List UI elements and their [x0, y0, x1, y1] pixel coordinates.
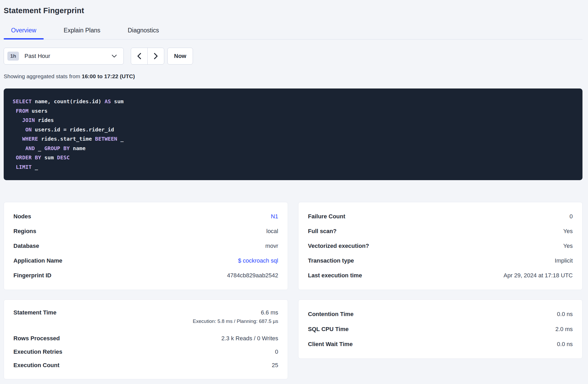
- row-label: Statement Time: [13, 309, 56, 316]
- row-label: Rows Processed: [13, 335, 60, 342]
- now-button[interactable]: Now: [167, 48, 193, 65]
- sql-line: ORDER BY sum DESC: [13, 153, 574, 163]
- row-value-wrap: Implicit: [555, 257, 573, 264]
- next-time-button[interactable]: [148, 48, 164, 64]
- row-label: Contention Time: [308, 311, 353, 318]
- row-value-wrap: 2.0 ms: [555, 326, 573, 333]
- row-value: 4784cb829aab2542: [227, 272, 278, 279]
- time-controls: 1h Past Hour: [4, 48, 582, 65]
- row-label: Nodes: [13, 213, 31, 220]
- row-value-wrap: local: [266, 228, 278, 235]
- row-value: Yes: [563, 243, 573, 249]
- row-value-wrap: 25: [272, 362, 278, 369]
- card-row: Regionslocal: [13, 224, 278, 239]
- row-value-wrap: 0: [570, 213, 573, 220]
- chevron-right-icon: [153, 53, 158, 60]
- card-row: Transaction typeImplicit: [308, 253, 573, 268]
- row-value-wrap: $ cockroach sql: [238, 257, 278, 264]
- time-range-select[interactable]: 1h Past Hour: [4, 48, 124, 65]
- tab-diagnostics[interactable]: Diagnostics: [120, 27, 166, 39]
- tab-overview[interactable]: Overview: [4, 27, 44, 39]
- row-label: Full scan?: [308, 228, 337, 235]
- row-value: Implicit: [555, 257, 573, 264]
- info-cards-row: NodesN1RegionslocalDatabasemovrApplicati…: [4, 202, 582, 290]
- card-row: Rows Processed2.3 k Reads / 0 Writes: [13, 332, 278, 345]
- stats-caption-range: 16:00 to 17:22 (UTC): [82, 73, 135, 79]
- sql-line: WHERE rides.start_time BETWEEN _: [13, 134, 574, 144]
- card-row: Client Wait Time0.0 ns: [308, 337, 573, 352]
- row-value-wrap: 2.3 k Reads / 0 Writes: [221, 335, 278, 342]
- row-label: Execution Retries: [13, 348, 62, 355]
- time-range-badge: 1h: [7, 52, 19, 61]
- statement-fingerprint-page: Statement Fingerprint Overview Explain P…: [0, 0, 588, 379]
- row-label: Vectorized execution?: [308, 243, 369, 249]
- card-row: Vectorized execution?Yes: [308, 239, 573, 253]
- row-label: Regions: [13, 228, 36, 235]
- row-label: Transaction type: [308, 257, 354, 264]
- sql-line: FROM users: [13, 106, 574, 116]
- card-row: Statement Time6.6 msExecution: 5.8 ms / …: [13, 307, 278, 332]
- time-range-label: Past Hour: [24, 53, 50, 60]
- card-row: Last execution timeApr 29, 2024 at 17:18…: [308, 268, 573, 283]
- row-value-link[interactable]: $ cockroach sql: [238, 257, 278, 264]
- row-value: 0: [570, 213, 573, 220]
- row-value-wrap: N1: [271, 213, 278, 220]
- sql-line: SELECT name, count(rides.id) AS sum: [13, 97, 574, 106]
- card-row: Databasemovr: [13, 239, 278, 253]
- row-label: SQL CPU Time: [308, 326, 348, 333]
- timing-card-left: Statement Time6.6 msExecution: 5.8 ms / …: [4, 299, 288, 379]
- row-value: 25: [272, 362, 278, 369]
- time-pager: [131, 48, 164, 65]
- tab-bar: Overview Explain Plans Diagnostics: [4, 27, 582, 40]
- page-title: Statement Fingerprint: [4, 6, 582, 15]
- row-label: Last execution time: [308, 272, 362, 279]
- card-row: Fingerprint ID4784cb829aab2542: [13, 268, 278, 283]
- row-value-wrap: 0.0 ns: [557, 311, 573, 318]
- row-value: local: [266, 228, 278, 235]
- row-label: Failure Count: [308, 213, 345, 220]
- row-value-wrap: Yes: [563, 243, 573, 249]
- row-value: 0: [275, 348, 278, 355]
- sql-statement: SELECT name, count(rides.id) AS sum FROM…: [4, 88, 582, 180]
- row-value: 2.0 ms: [555, 326, 573, 333]
- sql-line: JOIN rides: [13, 116, 574, 125]
- row-value-wrap: Apr 29, 2024 at 17:18 UTC: [504, 272, 573, 279]
- row-value: Yes: [563, 228, 573, 235]
- info-card-right: Failure Count0Full scan?YesVectorized ex…: [298, 202, 582, 290]
- chevron-down-icon: [111, 54, 117, 58]
- row-value-wrap: 6.6 msExecution: 5.8 ms / Planning: 687.…: [193, 309, 278, 324]
- row-value-wrap: movr: [265, 243, 278, 249]
- row-value-wrap: 0.0 ns: [557, 341, 573, 348]
- row-value-link[interactable]: N1: [271, 213, 278, 220]
- row-label: Database: [13, 243, 39, 249]
- stats-caption-prefix: Showing aggregated stats from: [4, 73, 82, 79]
- row-value-wrap: 4784cb829aab2542: [227, 272, 278, 279]
- row-value: 0.0 ns: [557, 341, 573, 348]
- row-label: Fingerprint ID: [13, 272, 51, 279]
- row-label: Client Wait Time: [308, 341, 353, 348]
- row-label: Execution Count: [13, 362, 59, 369]
- sql-line: LIMIT _: [13, 163, 574, 172]
- info-card-left: NodesN1RegionslocalDatabasemovrApplicati…: [4, 202, 288, 290]
- row-value: 2.3 k Reads / 0 Writes: [221, 335, 278, 342]
- timing-card-right: Contention Time0.0 nsSQL CPU Time2.0 msC…: [298, 299, 582, 359]
- performance-cards-row: Statement Time6.6 msExecution: 5.8 ms / …: [4, 299, 582, 379]
- card-row: Execution Retries0: [13, 345, 278, 358]
- card-row: Contention Time0.0 ns: [308, 307, 573, 322]
- row-value-wrap: Yes: [563, 228, 573, 235]
- row-value: movr: [265, 243, 278, 249]
- sql-line: AND _ GROUP BY name: [13, 144, 574, 153]
- card-row: Application Name$ cockroach sql: [13, 253, 278, 268]
- card-row: SQL CPU Time2.0 ms: [308, 322, 573, 337]
- row-value: 6.6 ms: [261, 309, 278, 316]
- row-label: Application Name: [13, 257, 62, 264]
- card-row: NodesN1: [13, 209, 278, 224]
- row-value: 0.0 ns: [557, 311, 573, 318]
- card-row: Execution Count25: [13, 359, 278, 372]
- stats-caption: Showing aggregated stats from 16:00 to 1…: [4, 73, 582, 80]
- prev-time-button[interactable]: [131, 48, 148, 64]
- row-subvalue: Execution: 5.8 ms / Planning: 687.5 µs: [193, 318, 278, 324]
- tab-explain-plans[interactable]: Explain Plans: [56, 27, 108, 39]
- row-value-wrap: 0: [275, 348, 278, 355]
- chevron-left-icon: [137, 53, 142, 60]
